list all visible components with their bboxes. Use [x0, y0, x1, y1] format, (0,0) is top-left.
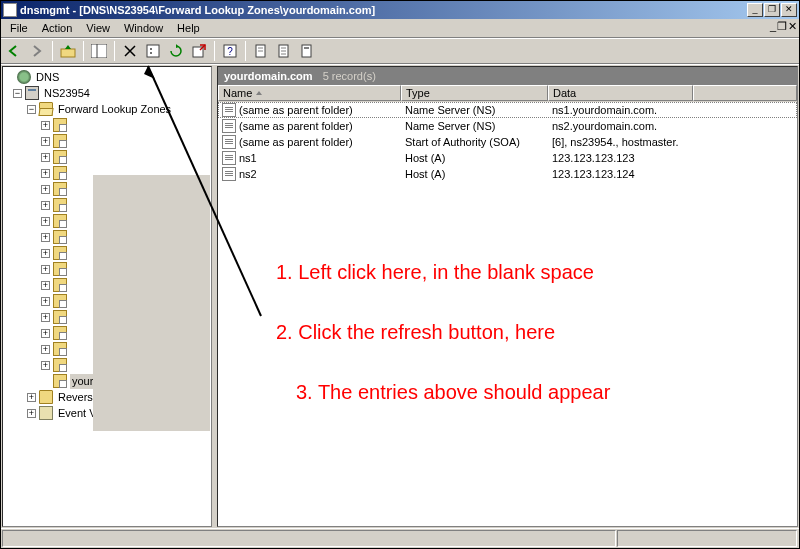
svg-point-5 — [150, 52, 152, 54]
svg-rect-16 — [302, 45, 311, 57]
refresh-button[interactable] — [165, 40, 187, 62]
expand-icon[interactable]: + — [41, 265, 50, 274]
list-row[interactable]: ns2Host (A)123.123.123.124 — [218, 166, 797, 182]
new-item2-button[interactable] — [273, 40, 295, 62]
record-icon — [222, 119, 236, 133]
delete-button[interactable] — [119, 40, 141, 62]
zone-icon — [53, 342, 67, 356]
up-button[interactable] — [57, 40, 79, 62]
menu-file[interactable]: File — [3, 20, 35, 36]
expand-icon[interactable]: + — [41, 217, 50, 226]
properties-button[interactable] — [142, 40, 164, 62]
cell-type: Host (A) — [401, 152, 548, 164]
record-icon — [222, 103, 236, 117]
tree-node-server[interactable]: −NS23954 — [5, 85, 211, 101]
filter-button[interactable] — [296, 40, 318, 62]
tree-node-zone-item[interactable]: + — [5, 117, 211, 133]
mdi-minimize-button[interactable]: _ — [770, 20, 776, 33]
expand-icon[interactable]: + — [41, 297, 50, 306]
cell-name: ns1 — [218, 151, 401, 165]
col-data[interactable]: Data — [548, 85, 693, 101]
cell-name: (same as parent folder) — [218, 135, 401, 149]
list-row[interactable]: (same as parent folder)Start of Authorit… — [218, 134, 797, 150]
cell-data: ns2.yourdomain.com. — [548, 120, 693, 132]
svg-point-4 — [150, 48, 152, 50]
close-button[interactable]: ✕ — [781, 3, 797, 17]
forward-button[interactable] — [26, 40, 48, 62]
record-icon — [222, 151, 236, 165]
export-list-button[interactable] — [188, 40, 210, 62]
zone-icon — [53, 118, 67, 132]
zone-icon — [53, 246, 67, 260]
cell-name: (same as parent folder) — [218, 103, 401, 117]
statusbar — [1, 528, 799, 548]
window-title: dnsmgmt - [DNS\NS23954\Forward Lookup Zo… — [20, 4, 747, 16]
tree-node-forward-zones[interactable]: −Forward Lookup Zones — [5, 101, 211, 117]
expand-icon[interactable]: + — [41, 169, 50, 178]
titlebar: dnsmgmt - [DNS\NS23954\Forward Lookup Zo… — [1, 1, 799, 19]
expand-icon[interactable]: + — [41, 249, 50, 258]
col-type[interactable]: Type — [401, 85, 548, 101]
expand-icon[interactable]: + — [41, 121, 50, 130]
zone-icon — [53, 166, 67, 180]
mdi-close-button[interactable]: ✕ — [788, 20, 797, 33]
new-item-button[interactable] — [250, 40, 272, 62]
list-row[interactable]: (same as parent folder)Name Server (NS)n… — [218, 102, 797, 118]
tree-blank-area[interactable] — [93, 175, 210, 431]
col-filler — [693, 85, 797, 101]
expand-icon[interactable]: + — [41, 281, 50, 290]
expand-icon[interactable]: + — [41, 361, 50, 370]
folder-icon — [39, 390, 53, 404]
list-pane[interactable]: yourdomain.com 5 record(s) Name Type Dat… — [217, 66, 798, 527]
zone-icon — [53, 150, 67, 164]
zone-icon — [53, 326, 67, 340]
list-row[interactable]: (same as parent folder)Name Server (NS)n… — [218, 118, 797, 134]
cell-data: [6], ns23954., hostmaster. — [548, 136, 693, 148]
dns-icon — [17, 70, 31, 84]
expand-icon[interactable]: + — [27, 409, 36, 418]
collapse-icon[interactable]: − — [13, 89, 22, 98]
expand-icon[interactable]: + — [41, 345, 50, 354]
mdi-restore-button[interactable]: ❐ — [777, 20, 787, 33]
expand-icon[interactable]: + — [41, 185, 50, 194]
svg-rect-3 — [147, 45, 159, 57]
zone-icon — [53, 214, 67, 228]
tree-node-dns[interactable]: DNS — [5, 69, 211, 85]
svg-text:?: ? — [227, 46, 233, 57]
minimize-button[interactable]: _ — [747, 3, 763, 17]
tree-node-zone-item[interactable]: + — [5, 133, 211, 149]
cell-type: Name Server (NS) — [401, 120, 548, 132]
show-hide-tree-button[interactable] — [88, 40, 110, 62]
back-button[interactable] — [3, 40, 25, 62]
expand-icon[interactable]: + — [41, 233, 50, 242]
expand-icon[interactable]: + — [41, 201, 50, 210]
col-name[interactable]: Name — [218, 85, 401, 101]
expand-icon[interactable]: + — [41, 137, 50, 146]
expand-icon[interactable]: + — [41, 329, 50, 338]
menu-view[interactable]: View — [79, 20, 117, 36]
list-title-bar: yourdomain.com 5 record(s) — [218, 67, 797, 85]
expand-icon[interactable]: + — [41, 313, 50, 322]
list-row[interactable]: ns1Host (A)123.123.123.123 — [218, 150, 797, 166]
splitter[interactable] — [213, 65, 216, 528]
column-headers: Name Type Data — [218, 85, 797, 102]
tree-pane[interactable]: DNS −NS23954 −Forward Lookup Zones +++++… — [2, 66, 212, 527]
list-title: yourdomain.com — [224, 70, 313, 82]
folder-open-icon — [39, 102, 53, 116]
zone-icon — [53, 182, 67, 196]
zone-icon — [53, 374, 67, 388]
expand-icon[interactable]: + — [27, 393, 36, 402]
maximize-button[interactable]: ❐ — [764, 3, 780, 17]
menu-action[interactable]: Action — [35, 20, 80, 36]
tree-node-zone-item[interactable]: + — [5, 149, 211, 165]
zone-icon — [53, 262, 67, 276]
cell-name: ns2 — [218, 167, 401, 181]
zone-icon — [53, 310, 67, 324]
collapse-icon[interactable]: − — [27, 105, 36, 114]
menu-window[interactable]: Window — [117, 20, 170, 36]
help-button[interactable]: ? — [219, 40, 241, 62]
zone-icon — [53, 358, 67, 372]
expand-icon[interactable]: + — [41, 153, 50, 162]
zone-icon — [53, 198, 67, 212]
menu-help[interactable]: Help — [170, 20, 207, 36]
